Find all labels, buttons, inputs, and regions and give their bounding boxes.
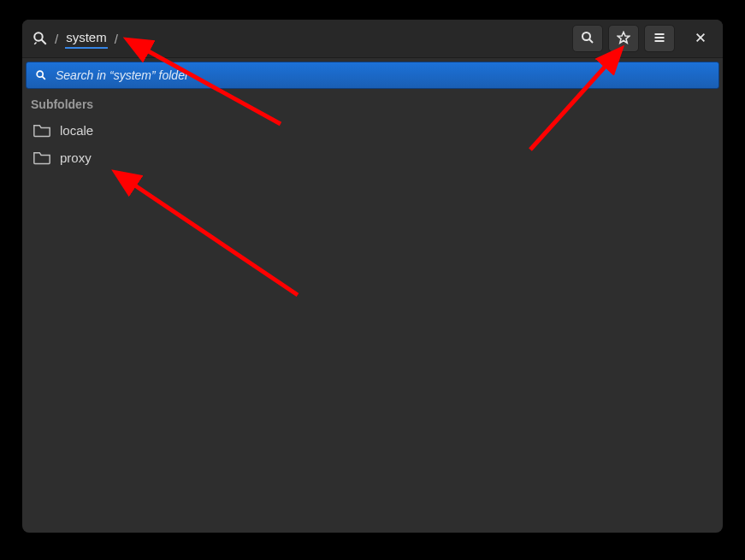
search-button[interactable] xyxy=(572,25,603,52)
search-icon xyxy=(35,69,47,81)
breadcrumb-item-system[interactable]: system xyxy=(65,28,108,49)
svg-marker-4 xyxy=(618,32,630,43)
close-button[interactable] xyxy=(685,25,716,52)
breadcrumb: / system / xyxy=(29,28,572,49)
titlebar: / system / xyxy=(22,20,723,58)
svg-point-10 xyxy=(37,71,43,77)
bookmark-button[interactable] xyxy=(608,25,639,52)
svg-line-3 xyxy=(589,39,593,43)
search-bar[interactable] xyxy=(26,62,719,89)
folder-icon xyxy=(33,121,51,139)
close-icon xyxy=(695,32,707,46)
folder-icon xyxy=(33,149,51,166)
dconf-editor-window: / system / xyxy=(22,20,723,533)
folder-label: locale xyxy=(60,123,93,138)
toolbar-buttons xyxy=(572,25,716,52)
menu-button[interactable] xyxy=(644,25,675,52)
subfolder-list: locale proxy xyxy=(22,115,723,173)
list-item[interactable]: locale xyxy=(22,116,723,144)
list-item[interactable]: proxy xyxy=(22,144,723,171)
search-input[interactable] xyxy=(56,68,710,82)
breadcrumb-trailing-separator: / xyxy=(113,32,120,46)
path-root-icon[interactable] xyxy=(33,31,48,46)
breadcrumb-separator: / xyxy=(53,32,60,46)
svg-line-1 xyxy=(42,40,46,44)
subfolders-header: Subfolders xyxy=(22,89,723,115)
hamburger-icon xyxy=(653,31,666,47)
svg-point-2 xyxy=(582,32,590,40)
folder-label: proxy xyxy=(60,150,92,165)
svg-line-11 xyxy=(42,76,45,80)
svg-point-0 xyxy=(34,32,42,40)
star-icon xyxy=(617,31,630,47)
search-icon xyxy=(581,31,594,47)
